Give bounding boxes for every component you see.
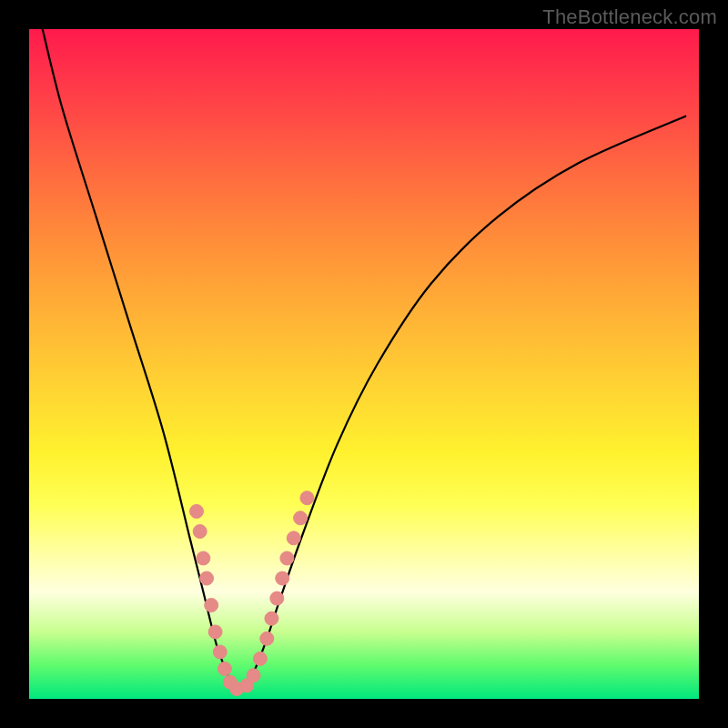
data-point [300, 491, 314, 505]
watermark-text: TheBottleneck.com [542, 5, 717, 29]
data-point [200, 571, 214, 585]
bottleneck-curve [43, 29, 686, 691]
chart-svg [29, 29, 699, 699]
data-point [270, 592, 284, 605]
data-points-group [190, 491, 314, 696]
data-point [193, 525, 207, 539]
data-point [260, 632, 274, 645]
data-point [294, 511, 308, 525]
plot-area [29, 29, 699, 699]
data-point [265, 612, 278, 625]
data-point [276, 571, 289, 585]
data-point [205, 598, 218, 612]
data-point [217, 662, 231, 675]
data-point [253, 652, 267, 665]
chart-container: TheBottleneck.com [0, 0, 728, 728]
data-point [197, 551, 210, 565]
data-point [208, 625, 222, 639]
data-point [287, 531, 300, 545]
data-point [280, 551, 294, 565]
data-point [247, 669, 260, 682]
data-point [190, 504, 204, 518]
data-point [213, 645, 227, 659]
